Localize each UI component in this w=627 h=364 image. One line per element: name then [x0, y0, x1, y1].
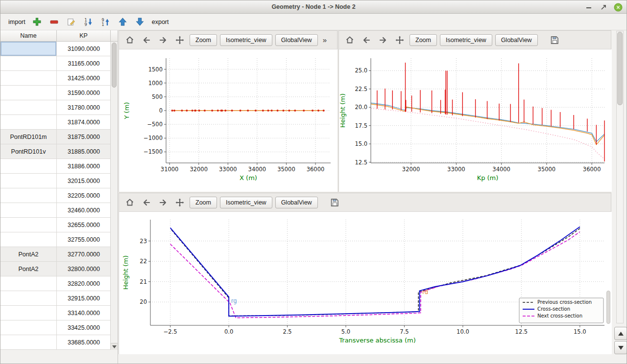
table-row[interactable]: 32755.0000	[0, 232, 111, 247]
row-kp-cell[interactable]: 31875.0000	[57, 130, 111, 144]
table-row[interactable]: 32460.0000	[0, 203, 111, 218]
table-row[interactable]: 32205.0000	[0, 188, 111, 203]
export-button[interactable]: export	[152, 19, 169, 25]
import-button[interactable]: import	[8, 19, 25, 25]
minimize-button[interactable]	[583, 2, 594, 13]
back-button[interactable]	[360, 34, 373, 46]
row-kp-cell[interactable]: 33140.0000	[57, 306, 111, 320]
scroll-down-button[interactable]	[614, 341, 627, 354]
table-row[interactable]: PontA232800.0000	[0, 262, 111, 276]
row-name-cell[interactable]	[0, 42, 57, 56]
forward-button[interactable]	[376, 34, 390, 46]
toolbar-overflow-button[interactable]: »	[323, 36, 327, 44]
globalview-button[interactable]: GlobalView	[275, 34, 318, 46]
row-kp-cell[interactable]: 31885.0000	[57, 144, 111, 159]
row-kp-cell[interactable]: 31590.0000	[57, 86, 111, 100]
home-button[interactable]	[123, 34, 137, 46]
row-kp-cell[interactable]: 32205.0000	[57, 188, 111, 203]
back-button[interactable]	[140, 34, 153, 46]
table-scroll-down-button[interactable]	[111, 343, 118, 350]
table-scrollbar-thumb[interactable]	[112, 43, 117, 88]
row-kp-cell[interactable]: 31165.0000	[57, 56, 111, 70]
row-name-cell[interactable]: PontA2	[0, 247, 57, 261]
pan-button[interactable]	[173, 196, 187, 209]
table-row[interactable]: 31425.0000	[0, 71, 111, 86]
row-kp-cell[interactable]: 31090.0000	[57, 42, 111, 56]
table-row[interactable]: 32655.0000	[0, 218, 111, 232]
scroll-up-button[interactable]	[614, 327, 627, 340]
row-kp-cell[interactable]: 32770.0000	[57, 247, 111, 261]
row-name-cell[interactable]: PontRD101m	[0, 130, 57, 144]
table-row[interactable]: 33425.0000	[0, 320, 111, 335]
vertical-splitter[interactable]	[338, 30, 338, 192]
row-name-cell[interactable]	[0, 320, 57, 335]
isometric-view-button[interactable]: Isometric_view	[220, 197, 272, 208]
row-kp-cell[interactable]: 31874.0000	[57, 115, 111, 129]
row-kp-cell[interactable]: 32800.0000	[57, 262, 111, 276]
table-header-name[interactable]: Name	[0, 30, 57, 41]
row-name-cell[interactable]: PontRD101v	[0, 144, 57, 159]
table-row[interactable]: 31165.0000	[0, 56, 111, 71]
restore-button[interactable]	[598, 2, 609, 13]
table-row[interactable]: 33140.0000	[0, 306, 111, 320]
main-scrollbar-thumb[interactable]	[617, 32, 623, 105]
zoom-button[interactable]: Zoom	[190, 197, 217, 208]
table-row[interactable]: 31780.0000	[0, 100, 111, 115]
row-kp-cell[interactable]: 32820.0000	[57, 276, 111, 291]
row-kp-cell[interactable]: 32755.0000	[57, 232, 111, 247]
home-button[interactable]	[123, 196, 137, 209]
table-scrollbar[interactable]	[110, 42, 118, 350]
isometric-view-button[interactable]: Isometric_view	[220, 34, 272, 46]
table-row[interactable]: PontRD101m31875.0000	[0, 130, 111, 144]
panel-scrollbar-thumb[interactable]	[606, 291, 610, 324]
table-row[interactable]: PontA232770.0000	[0, 247, 111, 262]
close-button[interactable]	[613, 2, 624, 13]
save-figure-button[interactable]	[328, 196, 341, 209]
sort-descending-button[interactable]: 1 9	[83, 17, 94, 27]
row-kp-cell[interactable]: 32015.0000	[57, 174, 111, 188]
save-figure-button[interactable]	[548, 34, 561, 46]
sort-ascending-button[interactable]: 9 1	[100, 17, 111, 27]
zoom-button[interactable]: Zoom	[190, 34, 217, 46]
table-row[interactable]: 32915.0000	[0, 291, 111, 306]
row-kp-cell[interactable]: 31780.0000	[57, 100, 111, 114]
forward-button[interactable]	[156, 196, 170, 209]
pan-button[interactable]	[393, 34, 407, 46]
row-name-cell[interactable]	[0, 218, 57, 232]
table-row[interactable]: 33685.0000	[0, 335, 111, 350]
main-vertical-scrollbar[interactable]	[616, 31, 624, 323]
table-row[interactable]: 31874.0000	[0, 115, 111, 130]
table-row[interactable]: 31886.0000	[0, 159, 111, 174]
pan-button[interactable]	[173, 34, 187, 46]
table-row[interactable]: 32015.0000	[0, 174, 111, 188]
row-name-cell[interactable]	[0, 276, 57, 291]
row-name-cell[interactable]	[0, 306, 57, 320]
remove-section-button[interactable]	[49, 17, 60, 27]
row-name-cell[interactable]	[0, 86, 57, 100]
table-row[interactable]: PontRD101v31885.0000	[0, 144, 111, 159]
cross-section-chart[interactable]: −2.50.02.55.07.510.012.515.020212223Tran…	[119, 212, 612, 354]
plan-view-chart[interactable]: 3100032000330003400035000360001500100050…	[119, 49, 338, 192]
row-kp-cell[interactable]: 33425.0000	[57, 320, 111, 335]
row-name-cell[interactable]	[0, 174, 57, 188]
zoom-button[interactable]: Zoom	[410, 34, 437, 46]
row-name-cell[interactable]	[0, 100, 57, 114]
globalview-button[interactable]: GlobalView	[495, 34, 538, 46]
row-name-cell[interactable]	[0, 188, 57, 203]
back-button[interactable]	[140, 196, 153, 209]
row-name-cell[interactable]	[0, 159, 57, 173]
row-name-cell[interactable]	[0, 335, 57, 349]
row-name-cell[interactable]	[0, 56, 57, 70]
row-name-cell[interactable]	[0, 291, 57, 305]
table-row[interactable]: 31090.0000	[0, 42, 111, 56]
row-kp-cell[interactable]: 32915.0000	[57, 291, 111, 305]
row-name-cell[interactable]	[0, 232, 57, 247]
globalview-button[interactable]: GlobalView	[275, 197, 318, 208]
row-name-cell[interactable]	[0, 71, 57, 85]
row-kp-cell[interactable]: 32655.0000	[57, 218, 111, 232]
row-kp-cell[interactable]: 31886.0000	[57, 159, 111, 173]
row-kp-cell[interactable]: 32460.0000	[57, 203, 111, 217]
edit-section-button[interactable]	[66, 17, 77, 27]
table-row[interactable]: 32820.0000	[0, 276, 111, 291]
isometric-view-button[interactable]: Isometric_view	[440, 34, 492, 46]
